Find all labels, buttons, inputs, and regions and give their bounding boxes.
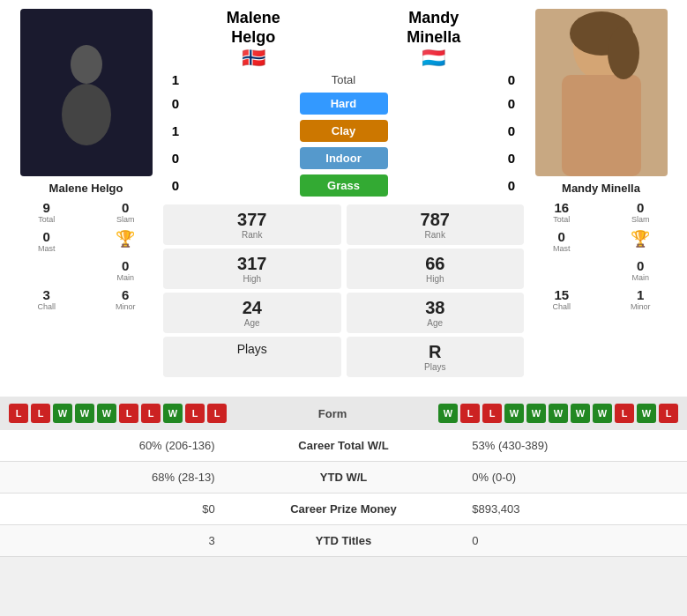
player1-stats: 9 Total 0 Slam 0 Mast 🏆 0 x: [9, 198, 163, 313]
total-row: 1 Total 0: [163, 70, 524, 90]
player1-slam-label: Slam: [116, 215, 135, 224]
player1-age-value: 24: [163, 298, 341, 318]
grass-score-left: 0: [163, 178, 188, 193]
player2-mast-label: Mast: [553, 244, 571, 253]
player2-plays-box: R Plays: [347, 337, 525, 377]
player2-column: Mandy Minella 16 Total 0 Slam 0 Mast 🏆: [524, 9, 678, 381]
player2-silhouette: [535, 9, 668, 176]
indoor-score-left: 0: [163, 151, 188, 166]
form-badge: L: [207, 404, 227, 423]
player2-main-label: Main: [631, 273, 649, 282]
player2-age-label: Age: [347, 318, 525, 328]
player2-total-cell: 16 Total: [524, 198, 600, 226]
player1-photo: [20, 9, 153, 176]
hard-score-right: 0: [499, 96, 524, 111]
player1-flag: 🇳🇴: [163, 47, 344, 70]
hard-score-left: 0: [163, 96, 188, 111]
form-badge: L: [659, 404, 678, 423]
grass-row: 0 Grass 0: [163, 172, 524, 199]
player2-mast-cell: 0 Mast: [524, 227, 600, 255]
stats-table: 60% (206-136) Career Total W/L 53% (430-…: [0, 430, 687, 557]
clay-score-right: 0: [499, 123, 524, 138]
center-stat-row3: 24 Age 38 Age: [163, 293, 524, 333]
form-badge: W: [163, 404, 183, 423]
stat-right: $893,403: [458, 494, 687, 525]
player1-main-mast-cell: 0 x: [9, 256, 85, 284]
stat-right: 53% (430-389): [458, 430, 687, 462]
player2-flag: 🇱🇺: [344, 47, 525, 70]
player2-total-label: Total: [553, 215, 570, 224]
stat-left: $0: [0, 494, 229, 525]
player1-high-value: 317: [163, 254, 341, 274]
stats-row: $0 Career Prize Money $893,403: [0, 494, 687, 525]
total-score-left: 1: [163, 72, 188, 87]
player1-main-value: 0: [122, 258, 129, 273]
indoor-button[interactable]: Indoor: [300, 147, 388, 169]
player2-slam-value: 0: [637, 200, 644, 215]
form-section: LLWWWLLWLL Form WLLWWWWWLWL: [0, 397, 687, 430]
player1-high-label: High: [163, 274, 341, 284]
stats-row: 60% (206-136) Career Total W/L 53% (430-…: [0, 430, 687, 462]
stat-center: YTD W/L: [229, 462, 459, 494]
clay-row: 1 Clay 0: [163, 117, 524, 145]
player1-minor-value: 6: [122, 287, 129, 302]
form-badge: W: [549, 404, 568, 423]
player2-slam-cell: 0 Slam: [603, 198, 679, 226]
player2-main-cell: 0 Main: [603, 256, 679, 284]
player2-rank-label: Rank: [347, 230, 525, 240]
player2-main-value: 0: [637, 258, 644, 273]
player1-main-label: Main: [116, 273, 134, 282]
form-label: Form: [306, 407, 359, 420]
hard-row: 0 Hard 0: [163, 90, 524, 117]
form-badge: L: [460, 404, 480, 423]
clay-score-left: 1: [163, 123, 188, 138]
player1-minor-label: Minor: [116, 302, 136, 311]
form-badge: L: [482, 404, 502, 423]
player2-stats: 16 Total 0 Slam 0 Mast 🏆 0 0: [524, 198, 678, 313]
form-badge: W: [637, 404, 656, 423]
main-container: Malene Helgo 9 Total 0 Slam 0 Mast 🏆: [0, 0, 687, 557]
stats-row: 3 YTD Titles 0: [0, 525, 687, 557]
center-stat-row2: 317 High 66 High: [163, 249, 524, 289]
clay-button[interactable]: Clay: [300, 120, 388, 142]
svg-rect-3: [562, 75, 641, 176]
form-badge: W: [593, 404, 612, 423]
player2-chall-cell: 15 Chall: [524, 286, 600, 313]
player2-plays-value: R: [347, 342, 525, 362]
player1-high-box: 317 High: [163, 249, 341, 289]
form-badge: W: [53, 404, 72, 423]
form-badge: L: [185, 404, 205, 423]
form-badge: L: [615, 404, 634, 423]
trophy-icon-right: 🏆: [631, 229, 650, 249]
player2-rank-value: 787: [347, 210, 525, 230]
player1-mast-value: 0: [43, 229, 50, 244]
player2-chall-value: 15: [554, 287, 569, 302]
player1-slam-cell: 0 Slam: [88, 198, 164, 226]
form-badge: L: [9, 404, 28, 423]
player2-name-center: MandyMinella: [344, 9, 525, 47]
player2-high-label: High: [347, 274, 525, 284]
stat-left: 3: [0, 525, 229, 557]
player2-rank-box: 787 Rank: [347, 204, 525, 245]
stat-left: 68% (28-13): [0, 462, 229, 494]
stat-left: 60% (206-136): [0, 430, 229, 462]
player1-main-cell: 0 Main: [88, 256, 164, 284]
player2-minor-value: 1: [637, 287, 644, 302]
player1-age-label: Age: [163, 318, 341, 328]
stats-row: 68% (28-13) YTD W/L 0% (0-0): [0, 462, 687, 494]
player2-mast-value: 0: [558, 229, 565, 244]
player1-rank-value: 377: [163, 210, 341, 230]
indoor-score-right: 0: [499, 151, 524, 166]
hard-button[interactable]: Hard: [300, 93, 388, 115]
stat-right: 0% (0-0): [458, 462, 687, 494]
player2-minor-cell: 1 Minor: [603, 286, 679, 313]
grass-button[interactable]: Grass: [300, 174, 388, 197]
player1-chall-value: 3: [43, 287, 50, 302]
player1-rank-label: Rank: [163, 230, 341, 240]
player2-spare-cell: 0: [524, 256, 600, 284]
player2-slam-label: Slam: [631, 215, 650, 224]
player2-form-badges: WLLWWWWWLWL: [438, 404, 678, 423]
player2-photo: [535, 9, 668, 176]
player1-trophy-cell: 🏆: [88, 227, 164, 255]
form-badge: W: [438, 404, 458, 423]
